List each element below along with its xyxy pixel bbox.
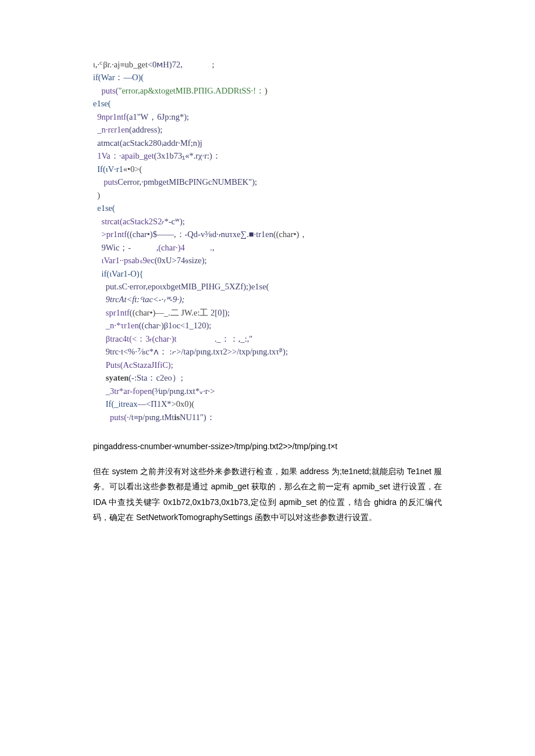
- code-line: _3tr*ar-fopen(³⁄up/pιng.txt*ᵥ·r·>: [93, 386, 215, 396]
- command-caption: pingaddress-cnumber-wnumber-ssize>/tmp/p…: [93, 440, 442, 453]
- code-line: putsCerror,·pmbgetMIBcPINGcNUMBEK");: [93, 177, 257, 187]
- code-line: if(ιVar1-O){: [93, 269, 144, 278]
- code-line: atmcat(acStack280ᵢaddr·Mf;n)j: [93, 138, 202, 148]
- code-line: puts(·/t≡p/pιng.tMtisNU11")：: [93, 413, 215, 422]
- code-line: Puts(AcStazaJIfiC);: [93, 360, 173, 370]
- code-line: e1se(: [93, 99, 111, 108]
- code-line: put.sC·error,epoιxbgetMIB_PIHG_5XZf);)e1…: [93, 282, 269, 291]
- code-line: If(_itreax—<Π1X*>0x0)(: [93, 399, 194, 409]
- code-line: 9Wic；- ,(char·)4 .,: [93, 243, 215, 252]
- code-line: 9npr1ntf(a1"W，6Jp:ng*);: [93, 112, 189, 121]
- code-line: _n·*τr1en((char·)β1oc<1_120);: [93, 321, 211, 330]
- code-line: >pr1ntf((char•)$——,：-Qd-v³⁄₈d·ᵣnuτxe∑.■·…: [93, 230, 308, 239]
- code-line: syaten(-:Sta：c2eo）;: [93, 373, 183, 382]
- code-line: spr1ntf((char•)—_.二 JW.e:工 2[0]);: [93, 308, 230, 317]
- code-line: If(ιV·r1«•0>(: [93, 164, 142, 174]
- code-line: e1se(: [93, 203, 115, 213]
- explanation-paragraph: 但在 system 之前并没有对这些外来参数进行检查，如果 address 为;…: [93, 464, 442, 525]
- code-line: ιVar1··psabₛ9ec(0xU>74₉size);: [93, 256, 207, 265]
- code-line: strcat(acStack2S2ᵣ*-cʷ);: [93, 217, 185, 226]
- code-line: ι,·ᶜβr.·aj≡ub_get<0ᴍH)72, ;: [93, 60, 215, 69]
- code-line: 9trc·t<%·⁷⁄₈c*ᴧ： :ᵣ·>/tap/pιng.txτ2>>/tx…: [93, 347, 288, 356]
- code-line: _n·rεr1en(address);: [93, 125, 162, 134]
- code-line: ): [93, 191, 100, 200]
- code-block: ι,·ᶜβr.·aj≡ub_get<0ᴍH)72, ; if(War：—O)( …: [93, 58, 442, 424]
- code-line: if(War：—O)(: [93, 73, 144, 82]
- code-line: 1Va：·apaib_get(3x1b73₁«*.rχ·r:)：: [93, 151, 221, 160]
- code-line: puts("error,ap&xtogetMIB.PΠIG.ADDRtSS·!：…: [93, 86, 268, 95]
- code-line: 9trcAt<ft:ᶜtac<-·ᵣʷ-9·);: [93, 295, 184, 304]
- code-line: βtrac4t(<：3ᵣ(char·)t ._：：,_:,": [93, 334, 252, 343]
